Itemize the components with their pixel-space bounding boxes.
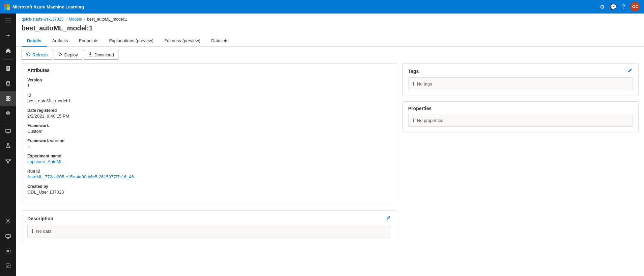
- attr-id-label: ID: [27, 93, 391, 98]
- attributes-card: Attributes Version 1 ID best_autoML_mode…: [22, 63, 397, 205]
- models-icon[interactable]: [0, 91, 16, 106]
- check-square-icon[interactable]: [0, 258, 16, 273]
- dataset-list-icon[interactable]: [0, 244, 16, 258]
- data-icon[interactable]: [0, 76, 16, 91]
- properties-info-icon: ℹ: [413, 118, 414, 123]
- attr-framework-label: Framework: [27, 123, 391, 128]
- desktop-icon[interactable]: [0, 229, 16, 244]
- refresh-label: Refresh: [32, 52, 48, 57]
- attr-runid-value[interactable]: AutoML_772ce205-c15e-4e90-b6c5-2615877f7…: [27, 174, 134, 179]
- tab-datasets[interactable]: Datasets: [206, 35, 234, 47]
- deploy-label: Deploy: [64, 52, 78, 57]
- help-icon[interactable]: ?: [622, 4, 625, 10]
- attr-date-label: Date registered: [27, 108, 391, 113]
- svg-rect-1: [5, 21, 11, 21]
- properties-empty: ℹ No properties: [408, 114, 633, 127]
- svg-rect-7: [6, 96, 8, 98]
- monitor-icon[interactable]: [0, 124, 16, 139]
- svg-rect-9: [6, 99, 8, 100]
- attr-exp-label: Experiment name: [27, 154, 391, 158]
- description-card: Description ℹ No data: [22, 210, 397, 243]
- svg-point-18: [9, 159, 10, 160]
- topbar-branding: Microsoft Azure Machine Learning: [4, 4, 84, 10]
- attributes-title: Attributes: [27, 68, 391, 73]
- svg-line-21: [6, 160, 8, 162]
- breadcrumb-models[interactable]: Models: [69, 17, 82, 22]
- tags-title: Tags: [408, 69, 419, 74]
- tab-details[interactable]: Details: [22, 35, 47, 47]
- svg-marker-31: [59, 53, 62, 56]
- feedback-icon[interactable]: 💬: [610, 4, 617, 10]
- properties-empty-text: No properties: [417, 118, 443, 123]
- main-body: Attributes Version 1 ID best_autoML_mode…: [16, 63, 644, 276]
- attr-framework-version: Framework version --: [27, 139, 391, 149]
- attr-framework-value: Custom: [27, 129, 391, 134]
- topbar: Microsoft Azure Machine Learning ⚙ 💬 ? O…: [0, 0, 644, 14]
- compute-icon[interactable]: [0, 106, 16, 121]
- attr-date-value: 2/2/2021, 9:40:15 PM: [27, 114, 391, 119]
- description-title: Description: [27, 216, 53, 221]
- properties-card: Properties ℹ No properties: [402, 101, 639, 132]
- tags-info-icon: ℹ: [413, 81, 414, 86]
- tab-fairness[interactable]: Fairness (preview): [159, 35, 206, 47]
- app-title: Microsoft Azure Machine Learning: [12, 4, 84, 9]
- description-empty: ℹ No data: [27, 225, 391, 237]
- attr-date: Date registered 2/2/2021, 9:40:15 PM: [27, 108, 391, 119]
- attr-version-label: Version: [27, 78, 391, 82]
- attr-framework: Framework Custom: [27, 123, 391, 134]
- lab-icon[interactable]: [0, 139, 16, 153]
- attr-created-label: Created by: [27, 184, 391, 189]
- settings-icon[interactable]: ⚙: [600, 4, 605, 10]
- sidebar: +: [0, 14, 16, 276]
- refresh-icon: [26, 52, 31, 58]
- home-icon[interactable]: [0, 43, 16, 58]
- description-info-icon: ℹ: [32, 228, 33, 234]
- tab-endpoints[interactable]: Endpoints: [74, 35, 104, 47]
- breadcrumb: quick-starts-ws-137023 › Models › best_a…: [16, 14, 644, 23]
- tags-card: Tags ℹ No tags: [402, 63, 639, 96]
- svg-point-6: [6, 81, 10, 83]
- attributes-section: Attributes Version 1 ID best_autoML_mode…: [22, 64, 397, 205]
- svg-rect-13: [6, 129, 10, 132]
- svg-point-11: [6, 111, 10, 115]
- attr-version: Version 1: [27, 78, 391, 88]
- gear-icon[interactable]: [0, 214, 16, 229]
- breadcrumb-current: best_autoML_model:1: [87, 17, 127, 22]
- svg-rect-24: [6, 234, 10, 237]
- topbar-actions: ⚙ 💬 ? OC: [600, 2, 640, 11]
- content-area: quick-starts-ws-137023 › Models › best_a…: [16, 14, 644, 276]
- description-edit-button[interactable]: [385, 215, 391, 222]
- hamburger-icon[interactable]: [0, 14, 16, 28]
- attr-id-value: best_autoML_model:1: [27, 98, 391, 103]
- tabs: Details Artifacts Endpoints Explanations…: [16, 35, 644, 47]
- refresh-button[interactable]: Refresh: [22, 50, 52, 60]
- svg-point-17: [6, 159, 7, 160]
- tags-empty: ℹ No tags: [408, 77, 633, 90]
- ms-logo: [4, 4, 10, 10]
- attr-fv-label: Framework version: [27, 139, 391, 143]
- download-label: Download: [94, 52, 114, 57]
- pipeline-icon[interactable]: [0, 153, 16, 168]
- svg-rect-10: [8, 99, 10, 100]
- deploy-button[interactable]: Deploy: [54, 50, 82, 60]
- attr-experiment: Experiment name capstone_AutoML: [27, 154, 391, 164]
- deploy-icon: [58, 52, 63, 58]
- download-icon: [88, 52, 93, 58]
- svg-point-19: [7, 162, 9, 163]
- svg-rect-0: [5, 19, 11, 19]
- attr-exp-value[interactable]: capstone_AutoML: [27, 159, 63, 164]
- tags-header: Tags: [403, 64, 638, 77]
- breadcrumb-workspace[interactable]: quick-starts-ws-137023: [22, 17, 63, 22]
- tab-explanations[interactable]: Explanations (preview): [104, 35, 159, 47]
- properties-header: Properties: [403, 102, 638, 114]
- tab-artifacts[interactable]: Artifacts: [47, 35, 74, 47]
- notebook-icon[interactable]: [0, 61, 16, 76]
- properties-title: Properties: [408, 106, 431, 111]
- user-icon[interactable]: OC: [631, 2, 640, 11]
- download-button[interactable]: Download: [84, 50, 118, 60]
- svg-rect-8: [8, 96, 10, 98]
- svg-point-12: [7, 112, 9, 114]
- tags-edit-button[interactable]: [627, 68, 633, 75]
- plus-icon[interactable]: +: [0, 28, 16, 43]
- svg-rect-27: [6, 249, 10, 253]
